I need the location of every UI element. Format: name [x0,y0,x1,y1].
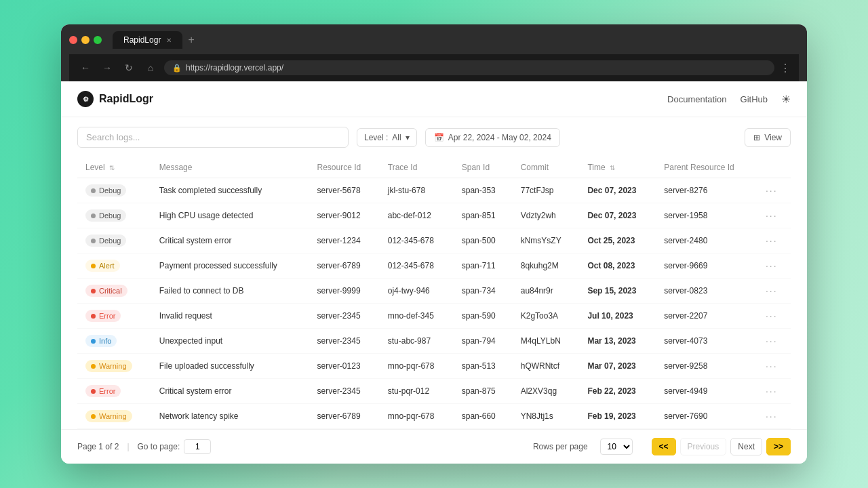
cell-message: Unexpected input [151,329,309,354]
level-dot [91,339,96,344]
page-info: Page 1 of 2 [77,442,119,451]
level-badge: Debug [85,209,126,222]
view-icon: ⊞ [753,133,760,142]
row-more-button[interactable]: ··· [766,336,778,346]
cell-level: Error [77,379,151,404]
row-more-button[interactable]: ··· [766,361,778,371]
cell-more: ··· [757,329,791,354]
search-input-wrap [77,127,349,148]
cell-resource-id: server-2345 [309,304,380,329]
time-sort-icon: ⇅ [610,164,615,171]
level-dot [91,264,96,268]
cell-commit: Vdzty2wh [513,203,580,228]
cell-resource-id: server-1234 [309,228,380,253]
level-sort-icon: ⇅ [109,164,115,171]
level-badge: Debug [85,235,126,247]
level-badge: Warning [85,410,132,422]
table-row: Error Critical system error server-2345 … [77,379,791,404]
col-message: Message [151,157,309,178]
cell-trace-id: 012-345-678 [380,253,454,279]
cell-more: ··· [757,379,791,404]
github-link[interactable]: GitHub [741,94,768,104]
page-separator: | [127,442,129,451]
level-filter[interactable]: Level : All ▾ [357,128,417,147]
cell-commit: kNmsYsZY [513,228,580,253]
cell-time: Dec 07, 2023 [579,178,656,203]
go-to-page-input[interactable] [184,439,211,454]
col-time[interactable]: Time ⇅ [579,157,656,178]
cell-span-id: span-660 [454,404,513,429]
next-page-button[interactable]: Next [730,438,762,455]
level-badge: Critical [85,285,127,297]
minimize-traffic-light[interactable] [81,36,90,44]
row-more-button[interactable]: ··· [766,285,778,296]
cell-commit: 77ctFJsp [513,178,580,203]
theme-toggle-button[interactable]: ☀ [781,93,791,106]
cell-time: Mar 07, 2023 [579,354,656,379]
back-button[interactable]: ← [77,60,94,76]
cell-message: Invalid request [151,304,309,329]
go-to-page-label: Go to page: [138,442,180,451]
cell-span-id: span-851 [454,203,513,228]
chevron-down-icon: ▾ [406,133,410,142]
address-bar[interactable]: 🔒 https://rapidlogr.vercel.app/ [164,60,774,75]
cell-message: High CPU usage detected [151,203,309,228]
col-level[interactable]: Level ⇅ [77,157,151,178]
last-page-button[interactable]: >> [766,438,791,455]
cell-parent-resource-id: server-4949 [656,379,757,404]
view-button[interactable]: ⊞ View [745,128,791,147]
cell-time: Oct 25, 2023 [579,228,656,253]
go-to-page-wrap: Go to page: [138,439,212,454]
new-tab-button[interactable]: + [182,34,199,46]
calendar-icon: 📅 [434,133,444,142]
cell-parent-resource-id: server-1958 [656,203,757,228]
cell-resource-id: server-9999 [309,279,380,304]
cell-span-id: span-353 [454,178,513,203]
row-more-button[interactable]: ··· [766,260,778,271]
table-row: Warning Network latency spike server-678… [77,404,791,429]
reload-button[interactable]: ↻ [121,60,137,76]
cell-commit: K2gToo3A [513,304,580,329]
forward-button[interactable]: → [99,60,115,76]
cell-parent-resource-id: server-7690 [656,404,757,429]
cell-parent-resource-id: server-8276 [656,178,757,203]
row-more-button[interactable]: ··· [766,235,778,246]
tab-close-icon[interactable]: ✕ [166,37,172,44]
table-row: Debug High CPU usage detected server-901… [77,203,791,228]
table-row: Alert Payment processed successfully ser… [77,253,791,279]
cell-message: Task completed successfully [151,178,309,203]
cell-trace-id: stu-abc-987 [380,329,454,354]
row-more-button[interactable]: ··· [766,386,778,396]
cell-message: Payment processed successfully [151,253,309,279]
cell-time: Jul 10, 2023 [579,304,656,329]
cell-level: Critical [77,279,151,304]
lock-icon: 🔒 [172,64,182,73]
cell-time: Feb 19, 2023 [579,404,656,429]
cell-level: Debug [77,203,151,228]
cell-trace-id: abc-def-012 [380,203,454,228]
level-dot [91,214,96,218]
search-input[interactable] [77,127,349,148]
browser-tab-active[interactable]: RapidLogr ✕ [113,31,182,49]
row-more-button[interactable]: ··· [766,210,778,221]
level-badge: Error [85,310,121,322]
cell-message: Critical system error [151,379,309,404]
cell-parent-resource-id: server-0823 [656,279,757,304]
previous-page-button[interactable]: Previous [680,438,727,455]
table-row: Error Invalid request server-2345 mno-de… [77,304,791,329]
date-range-picker[interactable]: 📅 Apr 22, 2024 - May 02, 2024 [425,128,560,147]
first-page-button[interactable]: << [652,438,676,455]
level-dot [91,364,96,369]
home-button[interactable]: ⌂ [142,60,159,76]
cell-span-id: span-734 [454,279,513,304]
level-dot [91,389,96,394]
close-traffic-light[interactable] [69,36,77,44]
browser-menu-button[interactable]: ⋮ [780,62,791,75]
rows-per-page-select[interactable]: 10 25 50 [600,439,633,455]
level-dot [91,239,96,243]
row-more-button[interactable]: ··· [766,310,778,321]
row-more-button[interactable]: ··· [766,185,778,196]
documentation-link[interactable]: Documentation [667,94,726,104]
maximize-traffic-light[interactable] [94,36,102,44]
row-more-button[interactable]: ··· [766,411,778,422]
